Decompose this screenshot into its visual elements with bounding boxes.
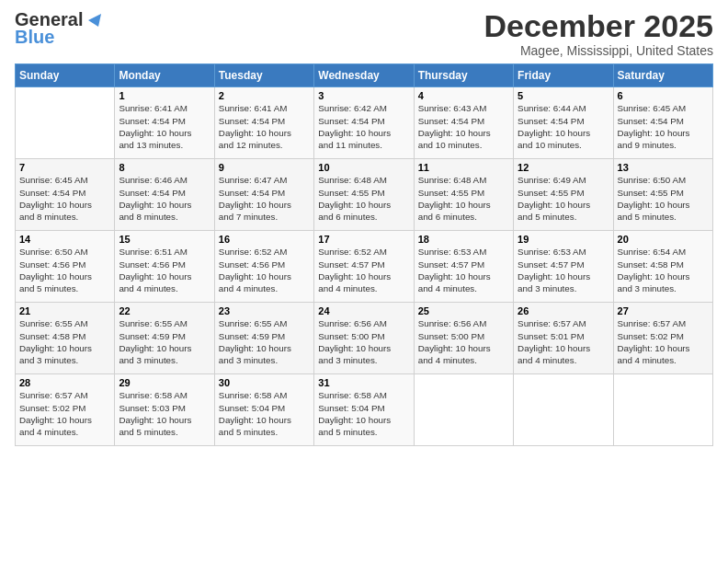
day-number: 23 — [219, 305, 310, 316]
day-number: 19 — [518, 234, 609, 245]
day-info: Sunrise: 6:58 AM Sunset: 5:04 PM Dayligh… — [318, 389, 409, 438]
day-number: 28 — [19, 377, 110, 388]
day-number: 21 — [19, 305, 110, 316]
calendar-cell: 28Sunrise: 6:57 AM Sunset: 5:02 PM Dayli… — [16, 374, 115, 446]
calendar-cell: 8Sunrise: 6:46 AM Sunset: 4:54 PM Daylig… — [115, 159, 214, 231]
calendar-week-3: 14Sunrise: 6:50 AM Sunset: 4:56 PM Dayli… — [16, 231, 713, 303]
day-number: 27 — [618, 305, 709, 316]
calendar-cell: 5Sunrise: 6:44 AM Sunset: 4:54 PM Daylig… — [514, 87, 613, 159]
calendar-cell: 29Sunrise: 6:58 AM Sunset: 5:03 PM Dayli… — [115, 374, 214, 446]
day-number: 9 — [219, 162, 310, 173]
calendar-cell: 13Sunrise: 6:50 AM Sunset: 4:55 PM Dayli… — [613, 159, 712, 231]
calendar-cell: 14Sunrise: 6:50 AM Sunset: 4:56 PM Dayli… — [16, 231, 115, 303]
day-number: 17 — [318, 234, 409, 245]
calendar-cell — [16, 87, 115, 159]
calendar-cell: 25Sunrise: 6:56 AM Sunset: 5:00 PM Dayli… — [414, 303, 513, 374]
calendar-cell — [613, 374, 712, 446]
day-number: 14 — [19, 234, 110, 245]
day-number: 6 — [618, 90, 709, 101]
day-info: Sunrise: 6:56 AM Sunset: 5:00 PM Dayligh… — [418, 317, 509, 366]
day-number: 24 — [318, 305, 409, 316]
calendar-cell — [414, 374, 513, 446]
calendar-cell: 17Sunrise: 6:52 AM Sunset: 4:57 PM Dayli… — [314, 231, 414, 303]
day-info: Sunrise: 6:46 AM Sunset: 4:54 PM Dayligh… — [119, 174, 210, 223]
calendar-header-sunday: Sunday — [16, 64, 115, 87]
location: Magee, Mississippi, United States — [483, 43, 713, 58]
calendar-week-1: 1Sunrise: 6:41 AM Sunset: 4:54 PM Daylig… — [16, 87, 713, 159]
day-info: Sunrise: 6:52 AM Sunset: 4:57 PM Dayligh… — [318, 246, 409, 294]
day-number: 30 — [219, 377, 310, 388]
calendar-cell: 27Sunrise: 6:57 AM Sunset: 5:02 PM Dayli… — [613, 303, 712, 374]
calendar-header-wednesday: Wednesday — [314, 64, 414, 87]
calendar-cell: 23Sunrise: 6:55 AM Sunset: 4:59 PM Dayli… — [214, 303, 313, 374]
calendar-cell: 15Sunrise: 6:51 AM Sunset: 4:56 PM Dayli… — [115, 231, 214, 303]
logo: General Blue — [15, 9, 105, 48]
day-info: Sunrise: 6:55 AM Sunset: 4:58 PM Dayligh… — [19, 317, 110, 366]
day-number: 1 — [119, 90, 210, 101]
day-info: Sunrise: 6:52 AM Sunset: 4:56 PM Dayligh… — [219, 246, 310, 294]
day-number: 16 — [219, 234, 310, 245]
day-info: Sunrise: 6:45 AM Sunset: 4:54 PM Dayligh… — [618, 102, 709, 151]
month-title: December 2025 — [483, 9, 713, 43]
calendar-cell: 18Sunrise: 6:53 AM Sunset: 4:57 PM Dayli… — [414, 231, 513, 303]
day-number: 5 — [518, 90, 609, 101]
calendar-header-thursday: Thursday — [414, 64, 513, 87]
calendar-cell: 4Sunrise: 6:43 AM Sunset: 4:54 PM Daylig… — [414, 87, 513, 159]
day-info: Sunrise: 6:41 AM Sunset: 4:54 PM Dayligh… — [219, 102, 310, 151]
day-number: 12 — [518, 162, 609, 173]
calendar-cell: 16Sunrise: 6:52 AM Sunset: 4:56 PM Dayli… — [214, 231, 313, 303]
calendar-header-monday: Monday — [115, 64, 214, 87]
day-info: Sunrise: 6:51 AM Sunset: 4:56 PM Dayligh… — [119, 246, 210, 294]
calendar-cell: 30Sunrise: 6:58 AM Sunset: 5:04 PM Dayli… — [214, 374, 313, 446]
day-number: 26 — [518, 305, 609, 316]
day-info: Sunrise: 6:45 AM Sunset: 4:54 PM Dayligh… — [19, 174, 110, 223]
day-info: Sunrise: 6:54 AM Sunset: 4:58 PM Dayligh… — [618, 246, 709, 294]
calendar-header-tuesday: Tuesday — [214, 64, 313, 87]
logo-blue: Blue — [15, 27, 54, 48]
calendar-cell: 24Sunrise: 6:56 AM Sunset: 5:00 PM Dayli… — [314, 303, 414, 374]
calendar-cell: 3Sunrise: 6:42 AM Sunset: 4:54 PM Daylig… — [314, 87, 414, 159]
day-info: Sunrise: 6:57 AM Sunset: 5:02 PM Dayligh… — [19, 389, 110, 438]
day-number: 20 — [618, 234, 709, 245]
day-number: 29 — [119, 377, 210, 388]
day-number: 8 — [119, 162, 210, 173]
calendar-cell: 20Sunrise: 6:54 AM Sunset: 4:58 PM Dayli… — [613, 231, 712, 303]
svg-marker-0 — [88, 14, 101, 27]
day-info: Sunrise: 6:58 AM Sunset: 5:04 PM Dayligh… — [219, 389, 310, 438]
day-info: Sunrise: 6:55 AM Sunset: 4:59 PM Dayligh… — [219, 317, 310, 366]
day-info: Sunrise: 6:58 AM Sunset: 5:03 PM Dayligh… — [119, 389, 210, 438]
calendar-cell: 21Sunrise: 6:55 AM Sunset: 4:58 PM Dayli… — [16, 303, 115, 374]
day-number: 10 — [318, 162, 409, 173]
calendar-cell: 2Sunrise: 6:41 AM Sunset: 4:54 PM Daylig… — [214, 87, 313, 159]
calendar-cell: 11Sunrise: 6:48 AM Sunset: 4:55 PM Dayli… — [414, 159, 513, 231]
day-number: 7 — [19, 162, 110, 173]
day-info: Sunrise: 6:57 AM Sunset: 5:02 PM Dayligh… — [618, 317, 709, 366]
calendar-header-saturday: Saturday — [613, 64, 712, 87]
calendar-header-friday: Friday — [514, 64, 613, 87]
day-info: Sunrise: 6:44 AM Sunset: 4:54 PM Dayligh… — [518, 102, 609, 151]
day-info: Sunrise: 6:57 AM Sunset: 5:01 PM Dayligh… — [518, 317, 609, 366]
day-info: Sunrise: 6:53 AM Sunset: 4:57 PM Dayligh… — [418, 246, 509, 294]
page: General Blue December 2025 Magee, Missis… — [0, 0, 728, 563]
calendar-cell — [514, 374, 613, 446]
day-info: Sunrise: 6:56 AM Sunset: 5:00 PM Dayligh… — [318, 317, 409, 366]
day-number: 22 — [119, 305, 210, 316]
calendar-week-5: 28Sunrise: 6:57 AM Sunset: 5:02 PM Dayli… — [16, 374, 713, 446]
calendar-cell: 1Sunrise: 6:41 AM Sunset: 4:54 PM Daylig… — [115, 87, 214, 159]
day-number: 15 — [119, 234, 210, 245]
calendar-cell: 9Sunrise: 6:47 AM Sunset: 4:54 PM Daylig… — [214, 159, 313, 231]
calendar-cell: 7Sunrise: 6:45 AM Sunset: 4:54 PM Daylig… — [16, 159, 115, 231]
calendar-week-2: 7Sunrise: 6:45 AM Sunset: 4:54 PM Daylig… — [16, 159, 713, 231]
day-number: 31 — [318, 377, 409, 388]
day-info: Sunrise: 6:47 AM Sunset: 4:54 PM Dayligh… — [219, 174, 310, 223]
calendar-cell: 19Sunrise: 6:53 AM Sunset: 4:57 PM Dayli… — [514, 231, 613, 303]
day-info: Sunrise: 6:48 AM Sunset: 4:55 PM Dayligh… — [318, 174, 409, 223]
day-info: Sunrise: 6:41 AM Sunset: 4:54 PM Dayligh… — [119, 102, 210, 151]
day-info: Sunrise: 6:53 AM Sunset: 4:57 PM Dayligh… — [518, 246, 609, 294]
calendar-cell: 26Sunrise: 6:57 AM Sunset: 5:01 PM Dayli… — [514, 303, 613, 374]
day-number: 25 — [418, 305, 509, 316]
calendar-cell: 12Sunrise: 6:49 AM Sunset: 4:55 PM Dayli… — [514, 159, 613, 231]
day-number: 11 — [418, 162, 509, 173]
day-info: Sunrise: 6:50 AM Sunset: 4:56 PM Dayligh… — [19, 246, 110, 294]
calendar: SundayMondayTuesdayWednesdayThursdayFrid… — [15, 63, 713, 446]
